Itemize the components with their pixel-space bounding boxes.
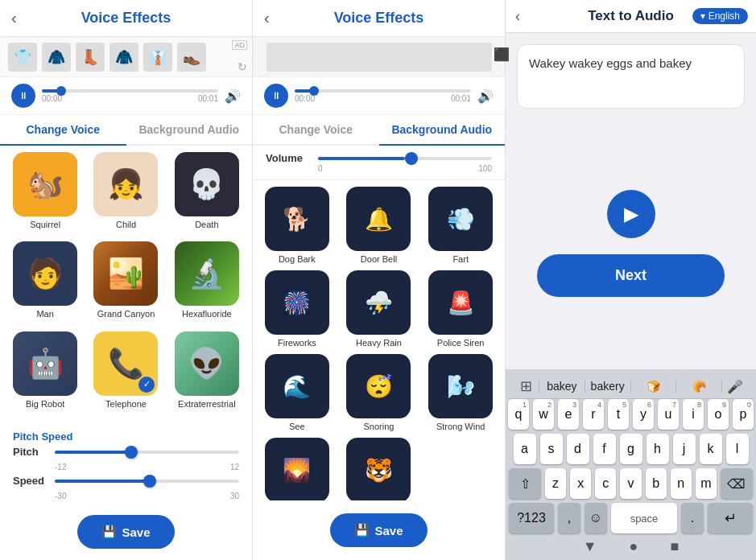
kb-enter-key[interactable]: ↵: [708, 503, 753, 533]
progress-track-1[interactable]: [42, 89, 218, 93]
kb-key-m[interactable]: m: [696, 468, 717, 499]
kb-key-r[interactable]: r4: [583, 399, 604, 430]
audio-player-1: ⏸ 00:00 00:01 🔊: [0, 77, 252, 115]
speed-thumb[interactable]: [143, 475, 156, 488]
kb-suggestion-0[interactable]: bakey: [539, 378, 585, 394]
speed-track[interactable]: [55, 480, 239, 483]
kb-key-e[interactable]: e3: [558, 399, 579, 430]
progress-thumb-2[interactable]: [309, 86, 319, 96]
kb-key-s[interactable]: s: [540, 434, 563, 464]
kb-key-p[interactable]: p0: [733, 399, 754, 430]
bg-item-fart[interactable]: 💨 Fart: [423, 187, 498, 264]
kb-key-w[interactable]: w2: [533, 399, 554, 430]
language-selector[interactable]: ▾ English: [692, 8, 748, 24]
back-button-1[interactable]: ‹: [11, 9, 17, 27]
next-button[interactable]: Next: [537, 254, 725, 297]
kb-comma-key[interactable]: ,: [558, 503, 580, 533]
voice-item-death[interactable]: 💀 Death: [168, 152, 246, 238]
tabs-panel1: Change Voice Background Audio: [0, 115, 252, 146]
kb-key-x[interactable]: x: [570, 468, 591, 499]
bg-item-strong-wind[interactable]: 🌬️ Strong Wind: [423, 354, 498, 431]
pause-button-1[interactable]: ⏸: [11, 84, 35, 108]
ad-refresh-1[interactable]: ↻: [238, 60, 247, 73]
kb-suggestion-2[interactable]: 🍞: [631, 378, 676, 394]
bg-item-door-bell[interactable]: 🔔 Door Bell: [341, 187, 417, 264]
pitch-speed-label: Pitch Speed: [13, 430, 239, 443]
bg-item-summer-night[interactable]: 🌄 Summer Night: [259, 438, 335, 500]
kb-key-t[interactable]: t5: [608, 399, 629, 430]
play-preview-button[interactable]: ▶: [607, 190, 655, 238]
kb-key-c[interactable]: c: [595, 468, 616, 499]
panel-voice-effects-1: ‹ Voice Effects 👕 🧥 👢 🧥 👔 👞 AD ↻ ⏸ 00:00…: [0, 0, 253, 560]
tab-change-voice-2[interactable]: Change Voice: [253, 115, 379, 144]
voice-thumb-telephone: 📞 ✓: [93, 331, 158, 396]
kb-key-n[interactable]: n: [671, 468, 692, 499]
bg-thumb-dog-bark: 🐕: [265, 187, 329, 251]
back-button-2[interactable]: ‹: [264, 9, 270, 27]
progress-thumb-1[interactable]: [56, 86, 66, 96]
kb-nav-down-icon[interactable]: ▼: [583, 538, 597, 555]
kb-key-k[interactable]: k: [700, 434, 722, 464]
kb-suggestion-1[interactable]: bakery: [585, 378, 630, 394]
pitch-track[interactable]: [55, 451, 239, 454]
volume-track[interactable]: [318, 157, 492, 160]
bg-item-dog-bark[interactable]: 🐕 Dog Bark: [259, 187, 335, 264]
volume-icon-1[interactable]: 🔊: [225, 89, 241, 104]
kb-key-a[interactable]: a: [514, 434, 536, 464]
bg-item-tiger[interactable]: 🐯 Tiger: [341, 438, 417, 500]
voice-item-squirrel[interactable]: 🐿️ Squirrel: [6, 152, 84, 238]
voice-item-big-robot[interactable]: 🤖 Big Robot: [6, 331, 84, 418]
pitch-thumb[interactable]: [125, 446, 138, 459]
back-button-3[interactable]: ‹: [515, 8, 520, 25]
kb-key-y[interactable]: y6: [633, 399, 654, 430]
kb-key-g[interactable]: g: [620, 434, 642, 464]
kb-shift-key[interactable]: ⇧: [509, 468, 541, 499]
kb-key-j[interactable]: j: [673, 434, 696, 464]
volume-thumb[interactable]: [405, 152, 418, 165]
text-input-area[interactable]: Wakey wakey eggs and bakey: [517, 44, 745, 109]
kb-suggestion-3[interactable]: 🥐: [676, 378, 721, 394]
bg-item-snoring[interactable]: 😴 Snoring: [341, 354, 417, 431]
kb-key-q[interactable]: q1: [508, 399, 529, 430]
kb-key-l[interactable]: l: [726, 434, 749, 464]
kb-nav-square-icon[interactable]: ■: [670, 538, 679, 555]
bg-item-police-siren[interactable]: 🚨 Police Siren: [423, 270, 498, 348]
save-button-2[interactable]: 💾 Save: [330, 513, 427, 547]
voice-item-extraterrestrial[interactable]: 👽 Extraterrestrial: [168, 331, 246, 418]
kb-key-f[interactable]: f: [593, 434, 616, 464]
kb-key-o[interactable]: o9: [708, 399, 729, 430]
bg-item-see[interactable]: 🌊 See: [259, 354, 335, 431]
bg-item-fireworks[interactable]: 🎆 Fireworks: [259, 270, 335, 348]
save-button-1[interactable]: 💾 Save: [77, 515, 174, 549]
kb-emoji-key[interactable]: ☺: [585, 503, 607, 533]
kb-mic-icon[interactable]: 🎤: [722, 379, 748, 394]
tab-background-audio-1[interactable]: Background Audio: [126, 115, 253, 144]
kb-numbers-key[interactable]: ?123: [509, 503, 554, 533]
voice-item-telephone[interactable]: 📞 ✓ Telephone: [87, 331, 164, 418]
kb-key-i[interactable]: i8: [683, 399, 704, 430]
tab-background-audio-2[interactable]: Background Audio: [379, 115, 506, 146]
kb-backspace-key[interactable]: ⌫: [721, 468, 753, 499]
kb-period-key[interactable]: .: [681, 503, 704, 533]
voice-item-man[interactable]: 🧑 Man: [6, 241, 84, 327]
kb-key-b[interactable]: b: [646, 468, 667, 499]
voice-thumb-death: 💀: [175, 152, 239, 216]
bg-item-heavy-rain[interactable]: ⛈️ Heavy Rain: [341, 270, 417, 348]
kb-key-h[interactable]: h: [647, 434, 669, 464]
kb-key-u[interactable]: u7: [658, 399, 679, 430]
kb-nav-circle-icon[interactable]: ●: [630, 538, 638, 555]
voice-item-child[interactable]: 👧 Child: [87, 152, 164, 238]
volume-icon-2[interactable]: 🔊: [477, 89, 494, 104]
voice-item-grand-canyon[interactable]: 🏜️ Grand Canyon: [87, 241, 164, 327]
bg-label-door-bell: Door Bell: [361, 254, 397, 264]
kb-grid-icon[interactable]: ⊞: [514, 377, 539, 395]
tab-change-voice-1[interactable]: Change Voice: [0, 115, 126, 146]
voice-item-hexafluoride[interactable]: 🔬 Hexafluoride: [168, 241, 246, 327]
kb-key-d[interactable]: d: [567, 434, 589, 464]
ad-banner-1: 👕 🧥 👢 🧥 👔 👞 AD ↻: [0, 37, 252, 77]
kb-key-v[interactable]: v: [620, 468, 641, 499]
progress-track-2[interactable]: [295, 89, 471, 93]
kb-key-z[interactable]: z: [545, 468, 566, 499]
kb-space-key[interactable]: space: [611, 503, 677, 533]
pause-button-2[interactable]: ⏸: [264, 84, 288, 108]
